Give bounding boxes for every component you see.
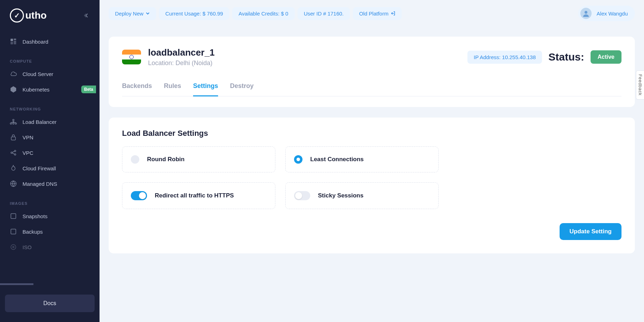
sidebar: utho Dashboard COMPUTE Cloud Server <box>0 0 100 322</box>
beta-badge: Beta <box>81 86 96 93</box>
tab-settings[interactable]: Settings <box>193 82 218 96</box>
snapshot-icon <box>10 213 17 220</box>
option-round-robin[interactable]: Round Robin <box>122 146 275 172</box>
user-name: Alex Wangdu <box>597 11 628 17</box>
section-networking: NETWORKING <box>4 103 95 114</box>
toggle-redirect-https[interactable] <box>131 191 147 200</box>
nav-label: Kubernetes <box>23 87 50 93</box>
current-usage-pill: Current Usage: $ 760.99 <box>159 7 229 20</box>
tab-destroy[interactable]: Destroy <box>230 82 254 96</box>
old-platform-link[interactable]: Old Platform <box>353 7 402 20</box>
nav-label: Cloud Server <box>23 71 53 77</box>
lock-icon <box>10 134 17 141</box>
nav-label: Dashboard <box>23 39 48 45</box>
svg-point-5 <box>13 119 14 121</box>
section-compute: COMPUTE <box>4 55 95 66</box>
logo-icon <box>10 8 24 23</box>
feedback-tab[interactable]: Feedback <box>636 70 644 100</box>
resource-name: loadbalancer_1 <box>148 47 215 58</box>
sidebar-item-snapshots[interactable]: Snapshots <box>4 208 95 224</box>
option-label: Round Robin <box>147 156 185 163</box>
kubernetes-icon <box>10 86 17 93</box>
cloud-icon <box>10 70 17 77</box>
settings-card: Load Balancer Settings Round Robin Least… <box>109 118 635 253</box>
deploy-new-button[interactable]: Deploy New <box>109 7 156 20</box>
sidebar-item-load-balancer[interactable]: Load Balancer <box>4 114 95 130</box>
toggle-sticky-sessions[interactable] <box>294 191 310 200</box>
option-least-connections[interactable]: Least Connections <box>285 146 439 172</box>
tab-rules[interactable]: Rules <box>164 82 181 96</box>
india-flag-icon <box>122 50 141 64</box>
nav-label: VPC <box>23 150 33 156</box>
share-icon <box>10 149 17 156</box>
ip-address-pill: IP Address: 10.255.40.138 <box>467 51 542 64</box>
dashboard-icon <box>10 38 17 45</box>
svg-point-8 <box>15 123 17 124</box>
radio-least-connections[interactable] <box>294 155 302 164</box>
sidebar-item-vpn[interactable]: VPN <box>4 130 95 145</box>
sidebar-item-kubernetes[interactable]: Kubernetes Beta <box>4 82 95 97</box>
logo[interactable]: utho <box>10 8 47 23</box>
topbar: Deploy New Current Usage: $ 760.99 Avail… <box>109 3 635 24</box>
sidebar-item-managed-dns[interactable]: Managed DNS <box>4 176 95 191</box>
section-images: IMAGES <box>4 197 95 208</box>
load-balancer-icon <box>10 118 17 125</box>
globe-icon <box>10 180 17 187</box>
svg-rect-0 <box>11 39 13 41</box>
chevron-down-icon <box>146 12 150 15</box>
radio-round-robin[interactable] <box>131 155 139 164</box>
docs-button[interactable]: Docs <box>5 295 95 312</box>
status-label: Status: <box>548 51 584 63</box>
sidebar-item-dashboard[interactable]: Dashboard <box>4 34 95 49</box>
available-credits-pill: Available Credits: $ 0 <box>232 7 294 20</box>
status-badge: Active <box>591 50 621 64</box>
nav-label: Backups <box>23 229 43 235</box>
tab-backends[interactable]: Backends <box>122 82 152 96</box>
nav-label: VPN <box>23 134 33 140</box>
option-sticky-sessions[interactable]: Sticky Sessions <box>285 182 439 209</box>
svg-rect-15 <box>11 229 16 234</box>
tabs: Backends Rules Settings Destroy <box>122 82 621 96</box>
resource-location: Location: Delhi (Noida) <box>148 59 215 67</box>
svg-point-10 <box>11 152 12 153</box>
svg-rect-9 <box>11 137 15 140</box>
main: Deploy New Current Usage: $ 760.99 Avail… <box>100 0 644 322</box>
sidebar-header: utho <box>0 0 100 31</box>
option-redirect-https[interactable]: Redirect all traffic to HTTPS <box>122 182 275 209</box>
svg-point-16 <box>11 245 16 250</box>
nav-label: Load Balancer <box>23 119 57 125</box>
settings-title: Load Balancer Settings <box>122 129 621 138</box>
backup-icon <box>10 228 17 235</box>
nav-label: Cloud Firewall <box>23 165 56 171</box>
sidebar-scrollbar[interactable] <box>0 283 33 285</box>
sidebar-item-cloud-server[interactable]: Cloud Server <box>4 66 95 82</box>
resource-card: loadbalancer_1 Location: Delhi (Noida) I… <box>109 37 635 107</box>
update-setting-button[interactable]: Update Setting <box>560 223 621 240</box>
disc-icon <box>10 244 17 251</box>
svg-point-17 <box>13 246 14 248</box>
sidebar-item-cloud-firewall[interactable]: Cloud Firewall <box>4 160 95 176</box>
nav-label: Managed DNS <box>23 181 57 187</box>
svg-point-18 <box>585 11 587 14</box>
svg-point-12 <box>14 154 16 155</box>
svg-rect-3 <box>11 42 13 44</box>
svg-rect-14 <box>11 214 16 219</box>
option-label: Redirect all traffic to HTTPS <box>155 192 234 199</box>
nav-label: ISO <box>23 244 32 250</box>
sidebar-item-vpc[interactable]: VPC <box>4 145 95 160</box>
svg-rect-1 <box>14 39 16 40</box>
option-label: Sticky Sessions <box>318 192 363 199</box>
svg-point-6 <box>10 123 12 124</box>
sidebar-item-backups[interactable]: Backups <box>4 224 95 239</box>
flame-icon <box>10 165 17 172</box>
exit-icon <box>390 11 395 16</box>
collapse-icon[interactable] <box>84 13 90 18</box>
user-menu[interactable]: Alex Wangdu <box>578 6 635 21</box>
option-label: Least Connections <box>310 156 364 163</box>
user-id-pill: User ID # 17160. <box>298 7 350 20</box>
avatar <box>580 8 592 19</box>
resource-header: loadbalancer_1 Location: Delhi (Noida) I… <box>122 47 621 67</box>
svg-point-7 <box>13 123 14 124</box>
sidebar-item-iso[interactable]: ISO <box>4 239 95 255</box>
svg-marker-4 <box>11 86 16 93</box>
